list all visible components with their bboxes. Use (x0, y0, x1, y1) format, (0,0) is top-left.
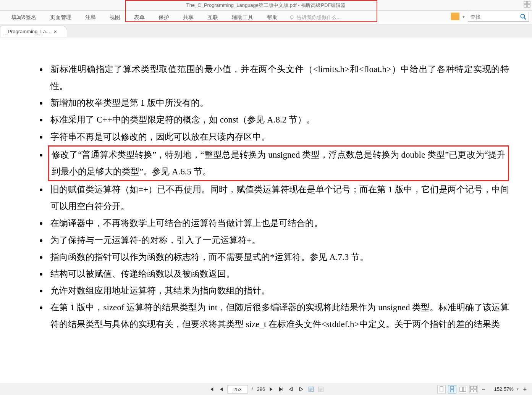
window-title: The_C_Programming_Language第二版中文版.pdf - 福… (186, 2, 346, 8)
document-tab[interactable]: _Programming_La... × (0, 26, 67, 37)
two-page-continuous-button[interactable] (469, 385, 478, 393)
zoom-out-button[interactable]: − (480, 386, 487, 393)
bullet-item: 新标准明确指定了算术类型取值范围的最小值，并在两个头文件（<limits.h>和… (47, 61, 509, 95)
back-view-button[interactable] (287, 385, 295, 393)
status-bar: 253 / 296 − (0, 383, 532, 395)
menu-protect[interactable]: 保护 (152, 14, 176, 21)
menu-connect[interactable]: 互联 (201, 14, 225, 21)
single-page-view-button[interactable] (437, 385, 446, 393)
svg-rect-23 (471, 386, 473, 389)
bullet-item: 结构可以被赋值、传递给函数以及被函数返回。 (47, 266, 509, 282)
bullet-item: 指向函数的指针可以作为函数的标志符，而不需要显式的*运算符。参见 A.7.3 节… (47, 249, 509, 266)
svg-line-7 (524, 18, 526, 20)
first-page-button[interactable] (207, 385, 215, 393)
bullet-item: 新增加的枚举类型是第 1 版中所没有的。 (47, 95, 509, 111)
tab-strip: _Programming_La... × (0, 24, 532, 37)
tell-me-search[interactable]: 告诉我你想做什么... (285, 14, 345, 21)
bullet-item: 在第 1 版中，sizeof 运算符的结果类型为 int，但随后很多编译器的实现… (47, 299, 509, 333)
svg-rect-3 (527, 5, 530, 7)
bullet-item: 旧的赋值类运算符（如=+）已不再使用。同时，赋值类运算符现在是单个记号；而在第 … (47, 181, 509, 215)
page-navigation: 253 / 296 (207, 385, 325, 393)
bullet-item: 标准采用了 C++中的类型限定符的概念，如 const（参见 A.8.2 节）。 (47, 111, 509, 128)
open-folder-button[interactable] (451, 13, 459, 21)
forward-view-button[interactable] (297, 385, 305, 393)
menu-accessibility[interactable]: 辅助工具 (225, 14, 260, 21)
svg-rect-21 (460, 387, 462, 392)
view-controls: − 152.57% ▼ + (437, 385, 528, 393)
menu-share[interactable]: 共享 (176, 14, 201, 21)
content-highlight-annotation: 修改了“普通算术类型转换”，特别地，“整型总是转换为 unsigned 类型，浮… (48, 145, 509, 181)
folder-icon (451, 13, 459, 20)
tab-label: _Programming_La... (5, 29, 50, 34)
page-total: 296 (257, 386, 265, 392)
last-page-button[interactable] (277, 385, 285, 393)
svg-rect-26 (474, 390, 477, 392)
menu-page-mgmt[interactable]: 页面管理 (43, 14, 78, 21)
bullet-list: 新标准明确指定了算术类型取值范围的最小值，并在两个头文件（<limits.h>和… (31, 61, 509, 333)
svg-rect-0 (524, 1, 527, 4)
bullet-item: 修改了“普通算术类型转换”，特别地，“整型总是转换为 unsigned 类型，浮… (47, 145, 509, 181)
menu-fill-sign[interactable]: 填写&签名 (5, 14, 43, 21)
lightbulb-icon (289, 15, 294, 20)
zoom-dropdown-icon[interactable]: ▼ (516, 387, 519, 391)
menu-bar: 填写&签名 页面管理 注释 视图 表单 保护 共享 互联 辅助工具 帮助 告诉我… (0, 11, 532, 24)
menu-help[interactable]: 帮助 (260, 14, 285, 21)
page-separator: / (252, 386, 253, 392)
zoom-in-button[interactable]: + (522, 386, 528, 393)
svg-rect-20 (451, 390, 454, 392)
svg-rect-19 (451, 386, 454, 389)
prev-page-button[interactable] (217, 385, 225, 393)
bullet-item: 字符串不再是可以修改的，因此可以放在只读内存区中。 (47, 129, 509, 145)
svg-rect-25 (471, 390, 473, 392)
search-box (468, 12, 529, 22)
menu-view[interactable]: 视图 (103, 14, 127, 21)
reflow-off-button[interactable] (317, 385, 325, 393)
svg-point-4 (290, 16, 293, 19)
search-icon (520, 13, 527, 20)
page-number-input[interactable]: 253 (227, 385, 248, 393)
svg-rect-2 (524, 5, 527, 7)
reflow-button[interactable] (307, 385, 315, 393)
bullet-item: 为了保持与一元运算符-的对称，引入了一元运算符+。 (47, 232, 509, 249)
document-view: 新标准明确指定了算术类型取值范围的最小值，并在两个头文件（<limits.h>和… (0, 38, 532, 383)
two-page-view-button[interactable] (459, 385, 467, 393)
svg-rect-22 (463, 387, 466, 392)
search-button[interactable] (518, 12, 529, 21)
bullet-item: 允许对数组应用地址运算符，其结果为指向数组的指针。 (47, 282, 509, 299)
bullet-item: 在编译器中，不再将数学上可结合的运算符当做计算上也是可结合的。 (47, 215, 509, 232)
svg-point-6 (521, 15, 525, 18)
zoom-level[interactable]: 152.57% (489, 386, 514, 392)
window-controls-icon[interactable] (524, 1, 530, 8)
svg-rect-18 (440, 387, 443, 392)
folder-dropdown-icon[interactable]: ▼ (462, 15, 466, 19)
svg-rect-24 (474, 386, 477, 389)
menu-annotate[interactable]: 注释 (78, 14, 103, 21)
tell-me-label: 告诉我你想做什么... (297, 14, 341, 21)
continuous-view-button[interactable] (448, 385, 456, 393)
tab-close-button[interactable]: × (54, 29, 57, 35)
title-bar: The_C_Programming_Language第二版中文版.pdf - 福… (0, 0, 532, 11)
next-page-button[interactable] (267, 385, 275, 393)
svg-rect-1 (527, 1, 530, 4)
menu-form[interactable]: 表单 (127, 14, 152, 21)
search-input[interactable] (468, 13, 518, 21)
